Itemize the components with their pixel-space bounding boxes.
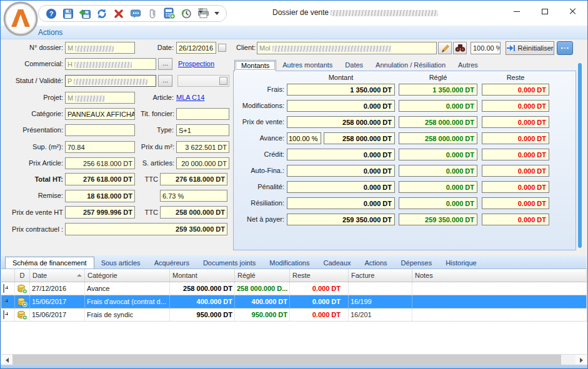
net-a-payer-regle-field[interactable]: 259 350.000 DT: [399, 214, 477, 225]
expand-icon[interactable]: [3, 284, 4, 293]
s-articles-field[interactable]: 20 000.000 DT: [176, 157, 229, 169]
tit-foncier-field[interactable]: [176, 108, 229, 120]
note-button[interactable]: [557, 41, 573, 55]
resiliation-montant-field[interactable]: 0.000 DT: [287, 197, 395, 209]
tab-documents-joints[interactable]: Documents joints: [196, 257, 262, 268]
modifications-regle-field[interactable]: 0.000 DT: [399, 100, 477, 112]
grid-header-notes[interactable]: Notes: [412, 269, 587, 282]
statut-field[interactable]: P: [65, 75, 156, 87]
tab-cadeaux[interactable]: Cadeaux: [316, 257, 357, 268]
presentation-field[interactable]: [65, 124, 135, 136]
print-dropdown-icon[interactable]: [214, 7, 220, 20]
penalite-montant-field[interactable]: 0.000 DT: [287, 181, 395, 193]
reinitialiser-button[interactable]: Réinitialiser: [506, 41, 554, 55]
grid-header-montant[interactable]: Montant: [170, 269, 235, 282]
expand-icon[interactable]: [3, 297, 4, 306]
projet-field[interactable]: M: [65, 92, 135, 104]
prix-contractuel-field[interactable]: 259 350.000 DT: [65, 223, 227, 235]
credit-reste-field[interactable]: 0.000 DT: [482, 149, 549, 160]
resiliation-regle-field[interactable]: 0.000 DT: [399, 197, 477, 209]
penalite-regle-field[interactable]: 0.000 DT: [399, 181, 477, 193]
remise-field[interactable]: 18 618.000 DT: [65, 190, 135, 202]
remise-pct-field[interactable]: 6.73 %: [160, 190, 227, 202]
refresh-icon[interactable]: [96, 7, 108, 20]
auto-fina-reste-field[interactable]: 0.000 DT: [482, 165, 549, 177]
expand-icon[interactable]: [3, 310, 4, 319]
app-logo-icon[interactable]: [3, 1, 38, 36]
minimize-button[interactable]: [502, 1, 531, 21]
client-field[interactable]: Mol: [257, 42, 437, 54]
commercial-field[interactable]: H: [65, 58, 156, 70]
tab-dates[interactable]: Dates: [339, 60, 369, 71]
scroll-right-button[interactable]: [576, 355, 587, 365]
grid-row-frais-avocat-selected[interactable]: 15/06/2017 Frais d'avocat (contrat d... …: [1, 295, 587, 308]
penalite-reste-field[interactable]: 0.000 DT: [482, 181, 549, 193]
modifications-reste-field[interactable]: 0.000 DT: [482, 100, 549, 112]
credit-montant-field[interactable]: 0.000 DT: [287, 149, 395, 160]
date-field[interactable]: 26/12/2016: [176, 42, 216, 54]
commercial-browse-button[interactable]: ...: [158, 58, 172, 70]
grid-header-date[interactable]: Date: [30, 269, 85, 282]
grid-row-avance[interactable]: 27/12/2016 Avance 258 000.000 DT 258 000…: [1, 282, 587, 295]
prix-de-vente-montant-field[interactable]: 258 000.000 DT: [287, 116, 395, 128]
delete-icon[interactable]: [112, 7, 125, 20]
modifications-montant-field[interactable]: 0.000 DT: [287, 100, 395, 112]
grid-header-facture[interactable]: Facture: [349, 269, 412, 282]
calculator-add-icon[interactable]: [163, 7, 176, 20]
net-a-payer-montant-field[interactable]: 259 350.000 DT: [287, 214, 395, 225]
save-icon[interactable]: [62, 7, 74, 20]
article-link[interactable]: MLA C14: [176, 94, 204, 101]
ribbon-tab-actions[interactable]: Actions: [38, 28, 62, 37]
toolbar-options-icon[interactable]: [198, 9, 204, 13]
tab-autres-montants[interactable]: Autres montants: [276, 60, 339, 71]
save-close-icon[interactable]: [79, 7, 91, 20]
type-field[interactable]: S+1: [176, 124, 229, 136]
attachment-icon[interactable]: [146, 7, 159, 20]
scrollbar-thumb[interactable]: [12, 355, 561, 365]
history-icon[interactable]: [180, 7, 192, 20]
avance-pct-field[interactable]: 100.00 %: [287, 132, 321, 144]
help-icon[interactable]: ?: [45, 7, 57, 20]
grid-header-categorie[interactable]: Catégorie: [85, 269, 170, 282]
tab-acquereurs[interactable]: Acquéreurs: [147, 257, 196, 268]
prix-article-field[interactable]: 256 618.000 DT: [65, 157, 135, 169]
frais-regle-field[interactable]: 1 350.000 DT: [399, 84, 477, 96]
tab-actions[interactable]: Actions: [358, 257, 394, 268]
panel-splitter[interactable]: [578, 63, 582, 248]
close-button[interactable]: [559, 1, 587, 21]
titlebar[interactable]: ?: [1, 1, 587, 26]
tab-modifications[interactable]: Modifications: [262, 257, 316, 268]
tab-autres[interactable]: Autres: [452, 60, 484, 71]
n-dossier-field[interactable]: M: [65, 42, 135, 54]
ttc1-field[interactable]: 276 618.000 DT: [160, 173, 227, 185]
grid-row-frais-syndic[interactable]: 15/06/2017 Frais de syndic 950.000 DT 95…: [1, 308, 587, 322]
tab-depenses[interactable]: Dépenses: [394, 257, 439, 268]
resiliation-reste-field[interactable]: 0.000 DT: [482, 197, 549, 209]
ttc2-field[interactable]: 258 000.000 DT: [160, 206, 227, 219]
scroll-left-button[interactable]: [1, 355, 12, 365]
prix-de-vente-reste-field[interactable]: 0.000 DT: [482, 116, 549, 128]
auto-fina-montant-field[interactable]: 0.000 DT: [287, 165, 395, 177]
validite-checkbox[interactable]: [219, 77, 227, 85]
prix-vente-ht-field[interactable]: 257 999.996 DT: [65, 206, 135, 219]
tab-annulation-resiliation[interactable]: Annulation / Résiliation: [369, 60, 452, 71]
grid-header-reste[interactable]: Reste: [290, 269, 349, 282]
avance-reste-field[interactable]: 0.000 DT: [482, 132, 549, 144]
net-a-payer-reste-field[interactable]: 0.000 DT: [482, 214, 549, 225]
avance-regle-field[interactable]: 258 000.000 DT: [399, 132, 477, 144]
frais-reste-field[interactable]: 0.000 DT: [482, 84, 549, 96]
prospection-link[interactable]: Prospection: [178, 60, 214, 67]
grid-header-regle[interactable]: Réglé: [235, 269, 290, 282]
grid-header-d[interactable]: D: [15, 269, 30, 282]
avance-montant-field[interactable]: 258 000.000 DT: [324, 132, 395, 144]
prix-de-vente-regle-field[interactable]: 258 000.000 DT: [399, 116, 477, 128]
tab-historique[interactable]: Historique: [439, 257, 484, 268]
comment-icon[interactable]: [129, 7, 142, 20]
sup-field[interactable]: 70.84: [65, 141, 135, 153]
date-checkbox[interactable]: [218, 44, 226, 52]
client-percent-field[interactable]: 100.00 %: [471, 42, 501, 54]
statut-browse-button[interactable]: ...: [158, 75, 172, 87]
total-ht-field[interactable]: 276 618.000 DT: [65, 173, 135, 185]
categorie-field[interactable]: PANNEAUX AFFICHA(: [65, 108, 135, 120]
auto-fina-regle-field[interactable]: 0.000 DT: [399, 165, 477, 177]
